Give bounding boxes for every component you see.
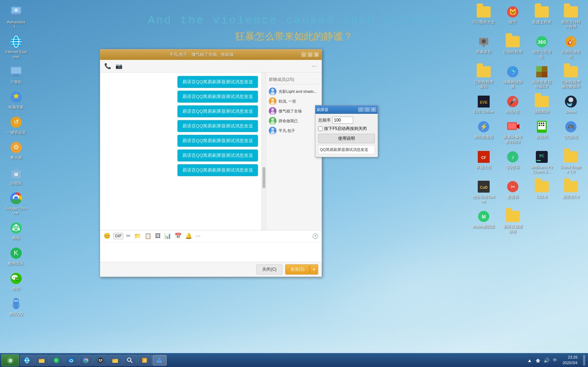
shuapingqi-close[interactable]: ✕ — [371, 107, 376, 112]
taskbar-item-qq[interactable] — [153, 355, 167, 366]
qq-tool-clock[interactable]: 🕐 — [312, 233, 319, 240]
taskbar-item-pirate[interactable] — [94, 355, 108, 366]
svg-rect-11 — [14, 74, 19, 76]
pcmgr-label: 电脑管家 — [8, 105, 24, 110]
desktop-icon-eve[interactable]: EVE EVE Online — [471, 93, 496, 116]
qq-member-3[interactable]: 微气稳了全场 — [269, 106, 319, 116]
taskbar-item-search[interactable] — [123, 355, 137, 366]
desktop-icon-steam[interactable]: Steam — [558, 93, 583, 116]
desktop-icon-ludashen[interactable]: ⚙ 鲁大师 — [4, 139, 29, 161]
taskbar-item-ie[interactable] — [20, 355, 34, 366]
tray-network[interactable] — [534, 357, 541, 364]
shuapingqi-freq-input[interactable] — [332, 117, 353, 124]
desktop-icon-cod[interactable]: CoD 使命召唤Online — [471, 178, 496, 205]
desktop-icon-pcmgr[interactable]: 电脑管家 — [4, 89, 29, 111]
desktop-icon-qqgame[interactable]: 🎮 QQ游戏 — [558, 118, 583, 145]
desktop-icon-txjsq[interactable]: ⚡ 腾讯加速器 — [471, 118, 496, 145]
desktop-icon-quanmin[interactable]: 🎤 全民K歌 — [500, 93, 525, 116]
desktop-icon-yiyuyan-screenshot[interactable]: 易语言截图保存 — [500, 208, 525, 235]
desktop-icon-minecraft[interactable]: 我的世界启动器5.0 — [529, 63, 554, 90]
desktop-icon-ico-folder[interactable]: ICO图标大全 — [471, 4, 496, 30]
taskbar-item-yiyuyan[interactable]: 易 — [138, 355, 152, 366]
shuapingqi-checkbox[interactable] — [318, 126, 323, 131]
desktop-icon-aijianji[interactable]: ✂ 爱剪辑 — [500, 178, 525, 205]
desktop-icon-yijian[interactable]: ↺ 一键管还原 — [4, 114, 29, 136]
desktop-icon-haiwang[interactable]: 🐬 海豚网游加速 — [500, 63, 525, 90]
desktop-icon-administrator[interactable]: Administrat... — [4, 4, 29, 30]
taskbar-item-explorer[interactable] — [35, 355, 49, 366]
desktop-icon-pycharm[interactable]: PC JetBrains PyCharm 2... — [529, 148, 554, 175]
taskbar-clock[interactable]: 23:26 2020/3/4 — [560, 355, 580, 366]
desktop-icon-wechat[interactable]: 微信 — [4, 270, 29, 292]
qq-tool-gif[interactable]: GIF — [113, 233, 123, 239]
desktop-icon-mumu[interactable]: M MuMu模拟器 — [471, 208, 496, 235]
svg-point-117 — [85, 359, 87, 361]
svg-marker-71 — [517, 124, 519, 129]
desktop-icon-fzzms[interactable]: 辅助模块 — [529, 93, 554, 116]
qq-tool-image[interactable]: 🖼 — [154, 232, 161, 240]
desktop-icon-recycle[interactable]: ♻ 回收站 — [4, 165, 29, 187]
qq-send-button[interactable]: 发送(S) — [285, 264, 310, 275]
qq-titlebar-close[interactable]: ✕ — [314, 52, 319, 57]
desktop-icon-kugou[interactable]: K 酷狗音乐 — [4, 245, 29, 267]
qq-toolbar-video[interactable]: 📷 — [114, 61, 124, 71]
desktop-icon-cheat-engine[interactable]: Cheat Engine 7.0 — [558, 148, 583, 175]
desktop-icon-maoshou[interactable]: 🐱 猫守 — [500, 4, 525, 30]
desktop-icon-guitar[interactable]: 🎸 吉他乐谱歌词 — [558, 33, 583, 60]
qq-input-field[interactable] — [103, 244, 319, 258]
qq-titlebar-minimize[interactable]: ─ — [301, 52, 306, 57]
qq-member-1[interactable]: 光影Light and shado... — [269, 86, 319, 96]
desktop-icon-cf[interactable]: CF 穿越火线 — [471, 148, 496, 175]
qq-tool-more[interactable]: ··· — [195, 232, 201, 240]
shuapingqi-restore[interactable]: □ — [364, 107, 370, 112]
tray-ime[interactable]: 中 — [551, 357, 558, 364]
qq-tool-cut[interactable]: ✂ — [125, 232, 131, 240]
qq-tool-calendar[interactable]: 📅 — [174, 232, 182, 240]
desktop-icon-pmzj[interactable]: 屏幕录像专家V2019 — [500, 118, 525, 145]
tray-volume[interactable]: 🔊 — [543, 357, 550, 364]
tray-show-desktop[interactable] — [583, 355, 585, 366]
desktop-icon-chrome[interactable]: Google Chrome — [4, 190, 29, 217]
qq-member-4[interactable]: 拼命做我已 — [269, 116, 319, 126]
qq-tool-chart[interactable]: 📊 — [163, 232, 172, 240]
desktop-icon-tencent-qq[interactable]: 腾讯QQ — [4, 296, 29, 318]
shuapingqi-help-btn[interactable]: 使用说明 — [318, 134, 375, 143]
qq-chat-sidebar: 群聊成员(2/5) 光影Light and shado... 轻浅, 一笑 微气… — [266, 72, 322, 230]
desktop-icon-network[interactable]: 网络 — [4, 220, 29, 242]
taskbar-item-edge[interactable] — [64, 355, 78, 366]
qq-titlebar-maximize[interactable]: □ — [308, 52, 313, 57]
taskbar-start-button[interactable]: ⊞ — [1, 354, 19, 366]
desktop-icon-computer[interactable]: 计算机 — [4, 63, 29, 86]
desktop-icon-ie[interactable]: Internet Explorer — [4, 33, 29, 60]
taskbar-item-folder[interactable] — [108, 355, 122, 366]
qq-member-5[interactable]: 平凡,包子 — [269, 126, 319, 136]
desktop-icon-shoukm[interactable]: 收款码 — [529, 118, 554, 145]
desktop-icon-yizhi-cr[interactable]: 已制作程序 — [500, 33, 525, 60]
qq-member-2-name: 轻浅, 一笑 — [279, 99, 296, 104]
desktop-icon-yiyuyan-timer[interactable]: 易语言计时小程序 — [558, 4, 583, 30]
tray-arrow[interactable]: ▲ — [526, 357, 533, 364]
qq-send-arrow-button[interactable]: ▼ — [310, 264, 318, 275]
qq-member-2[interactable]: 轻浅, 一笑 — [269, 96, 319, 106]
qq-tool-clipboard[interactable]: 📋 — [144, 232, 152, 240]
taskbar-item-kugou[interactable]: K — [50, 355, 64, 366]
desktop-icon-new-folder[interactable]: 新建文件夹 — [529, 4, 554, 30]
shuapingqi-titlebar: 刷屏器 ─ □ ✕ — [315, 105, 378, 114]
qq-toolbar-call[interactable]: 📞 — [103, 61, 113, 71]
qq-tool-folder[interactable]: 📁 — [133, 232, 142, 240]
desktop-icon-qqmusic[interactable]: ♪ QQ音乐 — [500, 148, 525, 175]
desktop-icon-db-folder[interactable]: 已制程程序储存数据库 — [558, 63, 583, 90]
desktop-icon-yiyuyan59[interactable]: 易语言5.9 — [558, 178, 583, 205]
taskbar-item-edge2[interactable] — [79, 355, 93, 366]
qq-toolbar-more[interactable]: ··· — [309, 61, 319, 71]
chat-scrollbar-thumb[interactable] — [262, 167, 265, 188]
qq-tool-bell[interactable]: 🔔 — [184, 232, 193, 240]
qq-tool-emoji[interactable]: 😊 — [103, 232, 111, 240]
qq-close-button[interactable]: 关闭(C) — [256, 264, 282, 275]
desktop-icon-360safe[interactable]: 360 趋安公司进化 — [529, 33, 554, 60]
chat-scrollbar[interactable] — [261, 72, 266, 230]
desktop-icon-source-folder[interactable]: 已制程程序源码 — [471, 63, 496, 90]
desktop-icon-danmu[interactable]: 弹幕录音 — [471, 33, 496, 60]
shuapingqi-minimize[interactable]: ─ — [358, 107, 364, 112]
desktop-icon-cs16[interactable]: CS1.6 — [529, 178, 554, 205]
